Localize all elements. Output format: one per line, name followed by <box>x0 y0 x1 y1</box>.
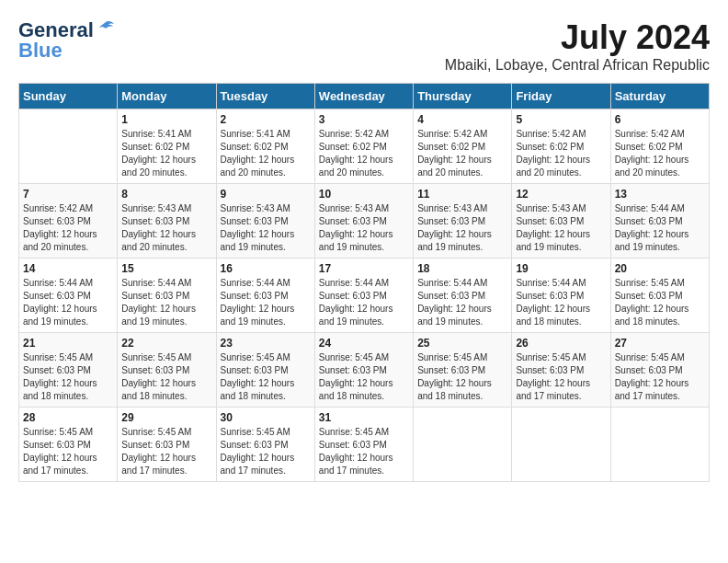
calendar-cell: 7Sunrise: 5:42 AM Sunset: 6:03 PM Daylig… <box>19 184 118 259</box>
location: Mbaiki, Lobaye, Central African Republic <box>445 57 710 74</box>
calendar-cell: 1Sunrise: 5:41 AM Sunset: 6:02 PM Daylig… <box>118 109 216 184</box>
calendar-cell <box>610 408 709 482</box>
calendar-cell <box>512 408 610 482</box>
calendar-cell: 21Sunrise: 5:45 AM Sunset: 6:03 PM Dayli… <box>19 333 118 408</box>
calendar-cell: 4Sunrise: 5:42 AM Sunset: 6:02 PM Daylig… <box>414 109 512 184</box>
calendar-header-row: SundayMondayTuesdayWednesdayThursdayFrid… <box>19 84 710 109</box>
day-info: Sunrise: 5:43 AM Sunset: 6:03 PM Dayligh… <box>121 202 211 254</box>
day-info: Sunrise: 5:45 AM Sunset: 6:03 PM Dayligh… <box>23 426 113 477</box>
calendar-cell: 27Sunrise: 5:45 AM Sunset: 6:03 PM Dayli… <box>610 333 709 408</box>
day-info: Sunrise: 5:41 AM Sunset: 6:02 PM Dayligh… <box>121 128 211 179</box>
day-number: 20 <box>615 262 705 275</box>
header-wednesday: Wednesday <box>314 84 413 109</box>
day-info: Sunrise: 5:43 AM Sunset: 6:03 PM Dayligh… <box>516 202 606 254</box>
calendar-cell: 16Sunrise: 5:44 AM Sunset: 6:03 PM Dayli… <box>216 259 314 333</box>
calendar-cell: 22Sunrise: 5:45 AM Sunset: 6:03 PM Dayli… <box>118 333 216 408</box>
day-number: 28 <box>23 411 113 424</box>
calendar-cell: 5Sunrise: 5:42 AM Sunset: 6:02 PM Daylig… <box>512 109 610 184</box>
day-number: 22 <box>121 337 211 350</box>
calendar-cell: 2Sunrise: 5:41 AM Sunset: 6:02 PM Daylig… <box>216 109 314 184</box>
header-thursday: Thursday <box>414 84 512 109</box>
day-number: 23 <box>221 337 311 350</box>
calendar-cell: 19Sunrise: 5:44 AM Sunset: 6:03 PM Dayli… <box>512 259 610 333</box>
calendar-table: SundayMondayTuesdayWednesdayThursdayFrid… <box>18 83 710 482</box>
calendar-cell: 24Sunrise: 5:45 AM Sunset: 6:03 PM Dayli… <box>314 333 413 408</box>
day-info: Sunrise: 5:45 AM Sunset: 6:03 PM Dayligh… <box>319 351 409 403</box>
day-info: Sunrise: 5:45 AM Sunset: 6:03 PM Dayligh… <box>23 351 113 403</box>
header-saturday: Saturday <box>610 84 709 109</box>
calendar-cell: 20Sunrise: 5:45 AM Sunset: 6:03 PM Dayli… <box>610 259 709 333</box>
header-friday: Friday <box>512 84 610 109</box>
day-number: 8 <box>121 188 211 201</box>
day-number: 10 <box>319 188 409 201</box>
day-info: Sunrise: 5:45 AM Sunset: 6:03 PM Dayligh… <box>319 426 409 477</box>
header-sunday: Sunday <box>19 84 118 109</box>
day-info: Sunrise: 5:43 AM Sunset: 6:03 PM Dayligh… <box>417 202 507 254</box>
day-number: 3 <box>319 113 409 126</box>
logo-bird-icon <box>96 18 116 39</box>
calendar-week-3: 14Sunrise: 5:44 AM Sunset: 6:03 PM Dayli… <box>19 259 710 333</box>
calendar-cell: 26Sunrise: 5:45 AM Sunset: 6:03 PM Dayli… <box>512 333 610 408</box>
day-info: Sunrise: 5:45 AM Sunset: 6:03 PM Dayligh… <box>121 351 211 403</box>
day-number: 18 <box>417 262 507 275</box>
day-info: Sunrise: 5:45 AM Sunset: 6:03 PM Dayligh… <box>417 351 507 403</box>
day-info: Sunrise: 5:42 AM Sunset: 6:03 PM Dayligh… <box>23 202 113 254</box>
day-number: 19 <box>516 262 606 275</box>
page-header: General Blue July 2024 Mbaiki, Lobaye, C… <box>18 18 710 74</box>
header-tuesday: Tuesday <box>216 84 314 109</box>
day-info: Sunrise: 5:45 AM Sunset: 6:03 PM Dayligh… <box>121 426 211 477</box>
day-number: 9 <box>221 188 311 201</box>
calendar-cell: 14Sunrise: 5:44 AM Sunset: 6:03 PM Dayli… <box>19 259 118 333</box>
day-number: 2 <box>221 113 311 126</box>
day-number: 16 <box>221 262 311 275</box>
day-number: 29 <box>121 411 211 424</box>
calendar-week-4: 21Sunrise: 5:45 AM Sunset: 6:03 PM Dayli… <box>19 333 710 408</box>
day-info: Sunrise: 5:45 AM Sunset: 6:03 PM Dayligh… <box>615 351 705 403</box>
day-number: 14 <box>23 262 113 275</box>
calendar-cell: 25Sunrise: 5:45 AM Sunset: 6:03 PM Dayli… <box>414 333 512 408</box>
day-number: 15 <box>121 262 211 275</box>
calendar-cell: 31Sunrise: 5:45 AM Sunset: 6:03 PM Dayli… <box>314 408 413 482</box>
day-info: Sunrise: 5:42 AM Sunset: 6:02 PM Dayligh… <box>319 128 409 179</box>
day-number: 11 <box>417 188 507 201</box>
title-area: July 2024 Mbaiki, Lobaye, Central Africa… <box>445 18 710 74</box>
calendar-cell: 23Sunrise: 5:45 AM Sunset: 6:03 PM Dayli… <box>216 333 314 408</box>
day-info: Sunrise: 5:45 AM Sunset: 6:03 PM Dayligh… <box>221 351 311 403</box>
day-number: 6 <box>615 113 705 126</box>
day-info: Sunrise: 5:44 AM Sunset: 6:03 PM Dayligh… <box>615 202 705 254</box>
logo-blue: Blue <box>18 39 63 63</box>
day-number: 24 <box>319 337 409 350</box>
calendar-week-1: 1Sunrise: 5:41 AM Sunset: 6:02 PM Daylig… <box>19 109 710 184</box>
day-info: Sunrise: 5:42 AM Sunset: 6:02 PM Dayligh… <box>417 128 507 179</box>
day-number: 7 <box>23 188 113 201</box>
day-info: Sunrise: 5:45 AM Sunset: 6:03 PM Dayligh… <box>516 351 606 403</box>
calendar-cell: 10Sunrise: 5:43 AM Sunset: 6:03 PM Dayli… <box>314 184 413 259</box>
calendar-week-5: 28Sunrise: 5:45 AM Sunset: 6:03 PM Dayli… <box>19 408 710 482</box>
day-info: Sunrise: 5:44 AM Sunset: 6:03 PM Dayligh… <box>121 277 211 328</box>
calendar-cell: 3Sunrise: 5:42 AM Sunset: 6:02 PM Daylig… <box>314 109 413 184</box>
day-number: 13 <box>615 188 705 201</box>
day-info: Sunrise: 5:45 AM Sunset: 6:03 PM Dayligh… <box>615 277 705 328</box>
day-info: Sunrise: 5:44 AM Sunset: 6:03 PM Dayligh… <box>319 277 409 328</box>
day-info: Sunrise: 5:44 AM Sunset: 6:03 PM Dayligh… <box>516 277 606 328</box>
day-info: Sunrise: 5:42 AM Sunset: 6:02 PM Dayligh… <box>615 128 705 179</box>
day-number: 1 <box>121 113 211 126</box>
month-year: July 2024 <box>445 18 710 57</box>
day-number: 4 <box>417 113 507 126</box>
calendar-cell: 29Sunrise: 5:45 AM Sunset: 6:03 PM Dayli… <box>118 408 216 482</box>
calendar-cell <box>19 109 118 184</box>
day-number: 30 <box>221 411 311 424</box>
calendar-cell: 28Sunrise: 5:45 AM Sunset: 6:03 PM Dayli… <box>19 408 118 482</box>
day-info: Sunrise: 5:44 AM Sunset: 6:03 PM Dayligh… <box>417 277 507 328</box>
calendar-cell: 8Sunrise: 5:43 AM Sunset: 6:03 PM Daylig… <box>118 184 216 259</box>
calendar-cell: 15Sunrise: 5:44 AM Sunset: 6:03 PM Dayli… <box>118 259 216 333</box>
calendar-cell: 12Sunrise: 5:43 AM Sunset: 6:03 PM Dayli… <box>512 184 610 259</box>
calendar-cell <box>414 408 512 482</box>
day-info: Sunrise: 5:44 AM Sunset: 6:03 PM Dayligh… <box>23 277 113 328</box>
day-info: Sunrise: 5:43 AM Sunset: 6:03 PM Dayligh… <box>319 202 409 254</box>
day-info: Sunrise: 5:44 AM Sunset: 6:03 PM Dayligh… <box>221 277 311 328</box>
day-number: 26 <box>516 337 606 350</box>
day-number: 25 <box>417 337 507 350</box>
day-number: 12 <box>516 188 606 201</box>
day-info: Sunrise: 5:42 AM Sunset: 6:02 PM Dayligh… <box>516 128 606 179</box>
